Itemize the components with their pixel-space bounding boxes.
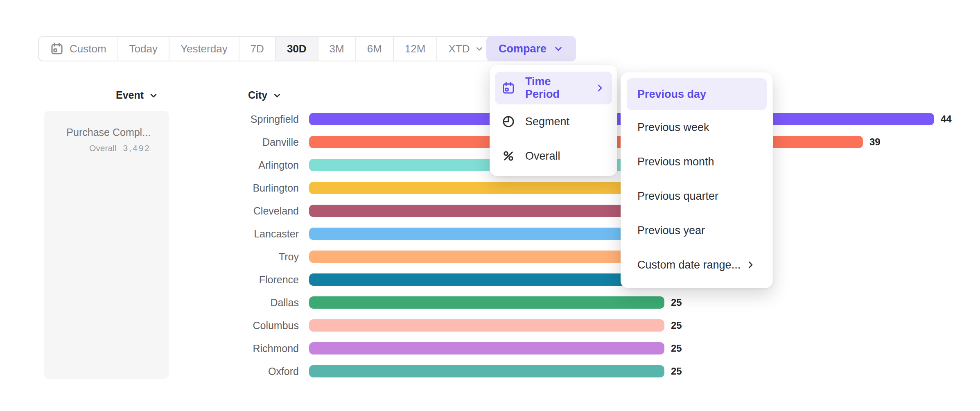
submenu-item-previous-year[interactable]: Previous year	[627, 213, 767, 248]
menu-item-label: Previous week	[637, 121, 709, 134]
compare-menu-item-segment[interactable]: Segment	[495, 104, 612, 139]
submenu-item-previous-month[interactable]: Previous month	[627, 145, 767, 179]
bar-columbus[interactable]	[309, 319, 664, 332]
bar-value-label: 39	[869, 136, 881, 148]
time-period-submenu: Previous dayPrevious weekPrevious monthP…	[621, 72, 773, 288]
bar-value-label: 25	[671, 343, 682, 354]
compare-menu-item-time-period[interactable]: Time Period	[495, 72, 612, 104]
bar-dallas[interactable]	[309, 296, 664, 309]
bar-chart: Springfield44Danville39Arlington31Burlin…	[0, 0, 980, 411]
bar-category-label: Springfield	[0, 113, 299, 125]
bar-category-label: Cleveland	[0, 205, 299, 217]
menu-item-label: Custom date range...	[637, 259, 741, 271]
bar-category-label: Troy	[0, 251, 299, 263]
submenu-item-previous-quarter[interactable]: Previous quarter	[627, 179, 767, 213]
bar-oxford[interactable]	[309, 365, 664, 377]
bar-row-dallas: Dallas25	[0, 296, 980, 309]
bar-row-columbus: Columbus25	[0, 319, 980, 332]
bar-value-label: 25	[671, 320, 682, 331]
submenu-item-previous-day[interactable]: Previous day	[627, 78, 767, 110]
bar-category-label: Oxford	[0, 366, 299, 377]
bar-row-lancaster: Lancaster28	[0, 228, 980, 240]
compare-menu-item-overall[interactable]: Overall	[495, 139, 612, 173]
chevron-right-icon	[745, 259, 756, 271]
bar-category-label: Columbus	[0, 320, 299, 332]
bar-category-label: Burlington	[0, 182, 299, 194]
bar-row-oxford: Oxford25	[0, 365, 980, 377]
percent-icon	[501, 149, 515, 163]
bar-row-burlington: Burlington30	[0, 182, 980, 194]
calendar-icon	[501, 81, 515, 95]
bar-category-label: Danville	[0, 136, 299, 148]
bar-value-label: 25	[671, 297, 682, 308]
bar-category-label: Arlington	[0, 159, 299, 171]
menu-item-label: Overall	[525, 150, 560, 163]
menu-item-label: Time Period	[525, 75, 584, 101]
segment-icon	[501, 115, 515, 129]
bar-row-florence: Florence26	[0, 273, 980, 286]
menu-item-label: Previous day	[637, 88, 706, 101]
bar-value-label: 44	[941, 113, 952, 125]
bar-richmond[interactable]	[309, 342, 664, 355]
bar-category-label: Richmond	[0, 343, 299, 355]
submenu-item-previous-week[interactable]: Previous week	[627, 110, 767, 145]
bar-row-cleveland: Cleveland29	[0, 205, 980, 217]
bar-category-label: Dallas	[0, 297, 299, 309]
menu-item-label: Previous month	[637, 156, 714, 168]
bar-category-label: Lancaster	[0, 228, 299, 240]
menu-item-label: Previous quarter	[637, 190, 718, 203]
menu-item-label: Previous year	[637, 224, 705, 237]
submenu-item-custom-date-range[interactable]: Custom date range...	[627, 248, 767, 282]
chevron-right-icon	[594, 82, 605, 94]
bar-value-label: 25	[671, 366, 682, 377]
bar-row-troy: Troy27	[0, 251, 980, 263]
bar-category-label: Florence	[0, 274, 299, 286]
menu-item-label: Segment	[525, 115, 569, 128]
app-canvas: CustomTodayYesterday7D30D3M6M12MXTD Comp…	[0, 0, 980, 411]
compare-menu: Time PeriodSegmentOverall	[490, 65, 617, 176]
bar-row-richmond: Richmond25	[0, 342, 980, 355]
